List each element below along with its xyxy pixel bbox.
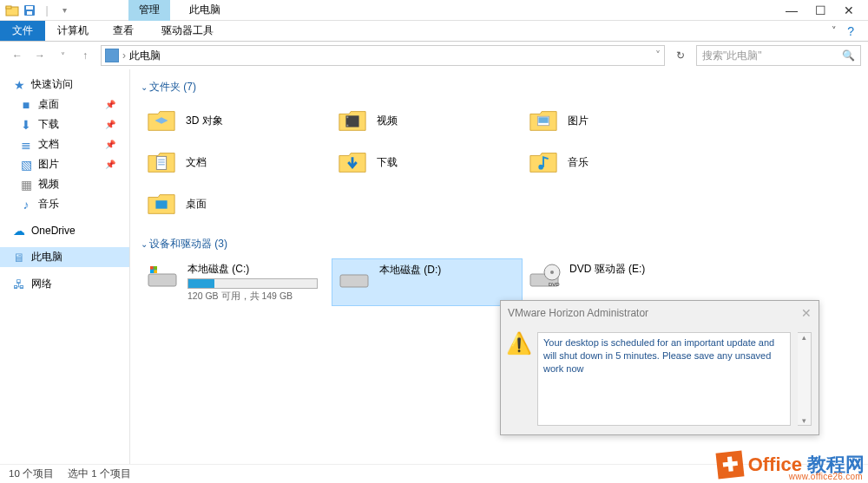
dialog-title: VMware Horizon Administrator [508,307,648,319]
watermark-url: www.office26.com [789,472,863,481]
file-tab[interactable]: 文件 [0,21,45,41]
drive-d[interactable]: 本地磁盘 (D:) [332,258,523,306]
network-icon: 🖧 [12,277,26,291]
network-node[interactable]: 🖧 网络 [0,274,129,294]
onedrive-node[interactable]: ☁ OneDrive [0,221,129,240]
save-icon[interactable] [23,3,36,17]
sidebar-desktop[interactable]: ■ 桌面 📌 [0,95,129,114]
pin-icon: 📌 [105,160,115,169]
pin-icon: 📌 [105,140,115,149]
folders-grid: 3D 对象 视频 图片 文档 下载 音乐 [141,101,858,223]
sidebar-videos[interactable]: ▦ 视频 [0,174,129,194]
nav-label: 快速访问 [31,77,73,92]
folder-3d-objects[interactable]: 3D 对象 [141,101,332,140]
minimize-button[interactable]: — [786,3,798,17]
quick-access-toolbar: | ▾ [0,3,76,17]
folder-icon [146,147,177,178]
svg-rect-21 [154,270,157,273]
svg-point-25 [550,271,554,274]
svg-rect-4 [27,11,32,15]
disk-icon [338,263,371,296]
ribbon-expand-icon[interactable]: ˅ [832,25,837,36]
nav-label: OneDrive [31,225,76,237]
sidebar-pictures[interactable]: ▧ 图片 📌 [0,154,129,174]
ribbon: 文件 计算机 查看 驱动器工具 ˅ ? [0,21,868,42]
scroll-up-icon[interactable]: ▴ [802,333,806,342]
svg-rect-15 [155,200,167,208]
folder-label: 桌面 [186,197,207,212]
svg-rect-6 [346,116,348,118]
refresh-button[interactable]: ↻ [670,49,691,62]
maximize-button[interactable]: ☐ [815,3,826,17]
view-tab[interactable]: 查看 [101,21,146,41]
quick-access-node[interactable]: ★ 快速访问 [0,75,129,95]
dialog-close-button[interactable]: ✕ [801,306,812,320]
drive-tools-tab[interactable]: 驱动器工具 [146,21,229,41]
sidebar-downloads[interactable]: ⬇ 下载 📌 [0,114,129,134]
forward-button[interactable]: → [30,45,50,66]
folder-icon [146,188,177,219]
computer-tab[interactable]: 计算机 [45,21,101,41]
folder-icon [5,3,19,17]
folder-icon [337,147,368,178]
svg-rect-1 [6,6,11,9]
context-tabs: 管理 此电脑 [128,0,231,21]
folder-downloads[interactable]: 下载 [332,143,523,181]
close-button[interactable]: ✕ [844,3,854,17]
svg-rect-20 [150,270,154,273]
search-icon[interactable]: 🔍 [842,49,855,62]
dropdown-icon[interactable]: ▾ [57,3,71,17]
nav-label: 此电脑 [31,250,62,264]
svg-rect-18 [150,266,154,270]
document-icon: ≣ [19,138,33,152]
item-count: 10 个项目 [9,467,54,480]
folder-icon [528,147,559,178]
picture-icon: ▧ [19,158,33,172]
folder-icon [528,105,559,136]
back-button[interactable]: ← [7,45,28,66]
folder-desktop[interactable]: 桌面 [141,185,332,223]
title-bar: | ▾ 管理 此电脑 — ☐ ✕ [0,0,868,21]
folder-documents[interactable]: 文档 [141,143,332,181]
drive-e[interactable]: DVD DVD 驱动器 (E:) [523,258,713,306]
this-pc-node[interactable]: 🖥 此电脑 [0,247,129,267]
video-icon: ▦ [19,178,33,192]
folders-section-header[interactable]: ⌄ 文件夹 (7) [141,80,858,95]
drive-c[interactable]: 本地磁盘 (C:) 120 GB 可用，共 149 GB [141,258,332,306]
drives-section-header[interactable]: ⌄ 设备和驱动器 (3) [141,237,858,251]
folder-videos[interactable]: 视频 [332,101,523,140]
up-button[interactable]: ↑ [75,45,95,66]
navigation-pane: ★ 快速访问 ■ 桌面 📌 ⬇ 下载 📌 ≣ 文档 📌 ▧ 图片 📌 ▦ 视频 [0,69,130,464]
svg-rect-7 [346,125,348,127]
dialog-title-bar[interactable]: VMware Horizon Administrator ✕ [501,301,819,325]
disk-icon [146,262,179,295]
svg-rect-22 [340,275,368,287]
folder-pictures[interactable]: 图片 [523,101,713,140]
folder-music[interactable]: 音乐 [523,143,713,181]
recent-dropdown[interactable]: ˅ [52,45,73,66]
drive-status: 120 GB 可用，共 149 GB [187,290,326,303]
music-icon: ♪ [19,198,33,212]
address-bar[interactable]: › 此电脑 ˅ [101,45,665,66]
sidebar-documents[interactable]: ≣ 文档 📌 [0,134,129,154]
scroll-down-icon[interactable]: ▾ [802,416,806,425]
manage-context-tab[interactable]: 管理 [128,0,170,21]
window-title: 此电脑 [179,0,231,21]
svg-rect-10 [156,156,166,169]
pin-icon: 📌 [105,100,115,109]
folder-icon [337,105,368,136]
address-row: ← → ˅ ↑ › 此电脑 ˅ ↻ 搜索"此电脑" 🔍 [0,42,868,69]
window-controls: — ☐ ✕ [786,3,868,17]
chevron-down-icon: ⌄ [141,82,148,92]
cloud-icon: ☁ [12,224,26,238]
folder-label: 下载 [377,155,398,170]
drive-label: 本地磁盘 (C:) [187,262,326,277]
help-icon[interactable]: ? [847,24,854,38]
search-box[interactable]: 搜索"此电脑" 🔍 [696,45,861,66]
addr-dropdown-icon[interactable]: ˅ [655,49,661,62]
pin-icon: 📌 [105,120,115,129]
sidebar-music[interactable]: ♪ 音乐 [0,194,129,214]
scrollbar[interactable]: ▴▾ [798,332,812,426]
dvd-icon: DVD [528,262,561,295]
watermark-icon: ✚ [715,451,744,480]
